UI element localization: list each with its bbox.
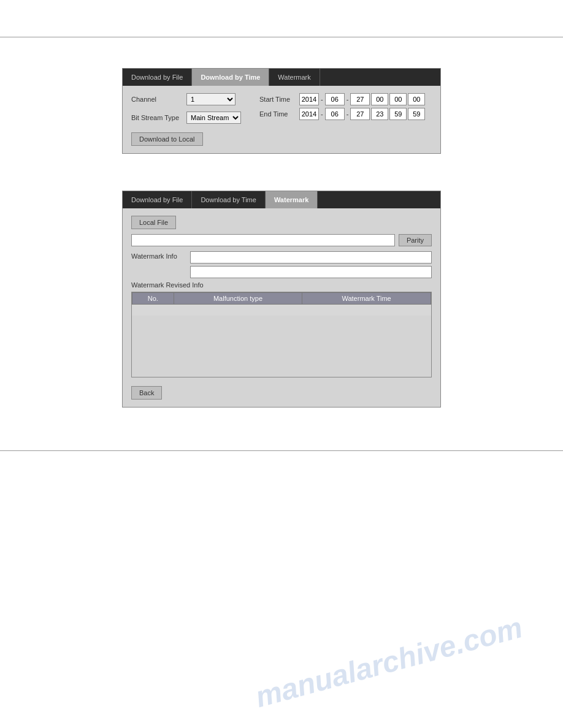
file-input-row: Parity: [131, 234, 432, 246]
tab-download-by-file-2[interactable]: Download by File: [123, 191, 192, 208]
tab-download-by-time-1[interactable]: Download by Time: [192, 69, 269, 86]
start-hour-input[interactable]: [371, 93, 388, 105]
end-hour-input[interactable]: [371, 108, 388, 120]
end-time-label: End Time: [259, 110, 299, 118]
end-min-input[interactable]: [389, 108, 407, 120]
watermark-info-input-2[interactable]: [190, 266, 432, 278]
tab-watermark-1[interactable]: Watermark: [269, 69, 320, 86]
start-date-field: - -: [299, 93, 370, 105]
table-row: [132, 305, 431, 316]
start-year-input[interactable]: [299, 93, 319, 105]
watermark-revised-info-label: Watermark Revised Info: [131, 281, 204, 289]
panel-download-by-time: Download by File Download by Time Waterm…: [122, 68, 441, 154]
watermark-table-wrapper: No. Malfunction type Watermark Time: [131, 292, 432, 377]
end-month-input[interactable]: [325, 108, 345, 120]
tab-download-by-time-2[interactable]: Download by Time: [192, 191, 266, 208]
start-day-input[interactable]: [350, 93, 370, 105]
col-watermark-time: Watermark Time: [302, 293, 431, 305]
start-sec-input[interactable]: [408, 93, 425, 105]
end-day-input[interactable]: [350, 108, 370, 120]
watermark-info-input-1[interactable]: [190, 251, 432, 264]
end-year-input[interactable]: [299, 108, 319, 120]
end-date-time-group: - -: [299, 108, 425, 120]
panel-watermark: Download by File Download by Time Waterm…: [122, 191, 441, 408]
start-time-label: Start Time: [259, 96, 299, 103]
channel-select[interactable]: 1: [186, 93, 236, 105]
table-body: [132, 305, 431, 316]
back-button[interactable]: Back: [131, 386, 162, 400]
tab-bar-2: Download by File Download by Time Waterm…: [123, 191, 440, 208]
channel-label: Channel: [131, 96, 186, 103]
tab-download-by-file-1[interactable]: Download by File: [123, 69, 192, 86]
tab-watermark-2[interactable]: Watermark: [266, 191, 318, 208]
parity-button[interactable]: Parity: [399, 234, 432, 246]
sep3: -: [321, 110, 323, 118]
col-no: No.: [132, 293, 174, 305]
start-time-row: Start Time - -: [259, 93, 425, 105]
end-sec-input[interactable]: [408, 108, 425, 120]
sep1: -: [321, 96, 323, 103]
bit-stream-label: Bit Stream Type: [131, 114, 186, 121]
panel-body-2: Local File Parity Watermark Info: [123, 208, 440, 407]
end-time-row: End Time - -: [259, 108, 425, 120]
channel-row: Channel 1: [131, 93, 241, 105]
local-file-button[interactable]: Local File: [131, 216, 176, 229]
table-header-row: No. Malfunction type Watermark Time: [132, 293, 431, 305]
end-date-field: - -: [299, 108, 370, 120]
download-to-local-button[interactable]: Download to Local: [131, 132, 203, 146]
start-month-input[interactable]: [325, 93, 345, 105]
watermark-brand-text: manualarchive.com: [251, 610, 526, 714]
watermark-table: No. Malfunction type Watermark Time: [132, 292, 431, 316]
time-section: Start Time - -: [259, 93, 425, 123]
col-malfunction: Malfunction type: [174, 293, 302, 305]
watermark-info-fields: [190, 251, 432, 278]
file-path-input[interactable]: [131, 234, 395, 246]
bit-stream-row: Bit Stream Type Main Stream Sub Stream: [131, 112, 241, 124]
watermark-info-row: Watermark Info: [131, 251, 432, 278]
start-date-time-group: - -: [299, 93, 425, 105]
bit-stream-select[interactable]: Main Stream Sub Stream: [186, 112, 241, 124]
sep2: -: [347, 96, 349, 103]
back-btn-row: Back: [131, 377, 432, 400]
start-min-input[interactable]: [389, 93, 407, 105]
tab-bar-1: Download by File Download by Time Waterm…: [123, 69, 440, 86]
watermark-info-label: Watermark Info: [131, 252, 186, 260]
sep4: -: [347, 110, 349, 118]
panel-body-1: Channel 1 Bit Stream Type Main Stream Su…: [123, 86, 440, 153]
watermark-table-inner[interactable]: No. Malfunction type Watermark Time: [132, 292, 431, 377]
